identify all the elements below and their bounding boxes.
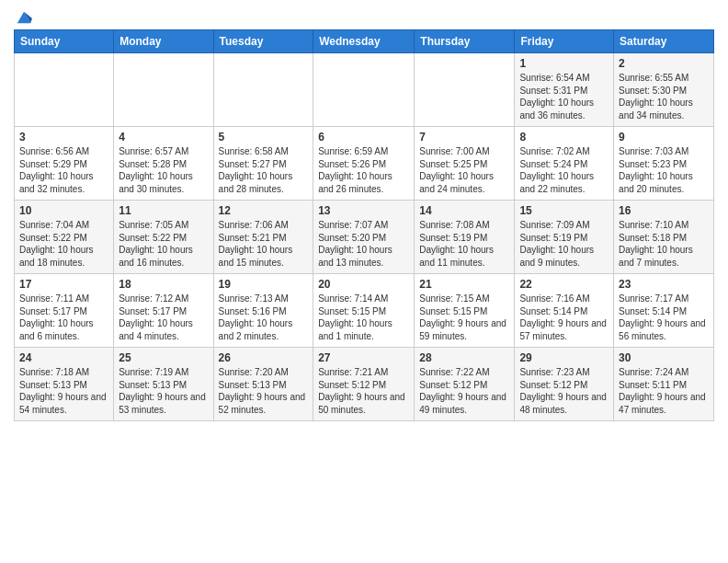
day-info: Sunrise: 7:22 AM Sunset: 5:12 PM Dayligh… [419,366,509,416]
day-number: 13 [318,204,409,217]
day-info: Sunrise: 7:17 AM Sunset: 5:14 PM Dayligh… [619,293,709,342]
day-info: Sunrise: 6:56 AM Sunset: 5:29 PM Dayligh… [19,145,108,195]
calendar-cell: 14Sunrise: 7:08 AM Sunset: 5:19 PM Dayli… [415,201,515,274]
calendar-cell: 9Sunrise: 7:03 AM Sunset: 5:23 PM Daylig… [614,127,714,201]
day-info: Sunrise: 7:08 AM Sunset: 5:19 PM Dayligh… [419,219,509,269]
day-info: Sunrise: 7:04 AM Sunset: 5:22 PM Dayligh… [19,219,108,269]
calendar-header-thursday: Thursday [415,30,515,53]
day-info: Sunrise: 7:10 AM Sunset: 5:18 PM Dayligh… [619,219,709,269]
day-info: Sunrise: 6:55 AM Sunset: 5:30 PM Dayligh… [619,72,709,121]
day-number: 20 [318,278,409,291]
calendar-table: SundayMondayTuesdayWednesdayThursdayFrid… [14,29,714,421]
day-info: Sunrise: 7:12 AM Sunset: 5:17 PM Dayligh… [119,293,208,342]
day-info: Sunrise: 7:19 AM Sunset: 5:13 PM Dayligh… [119,366,208,416]
day-number: 24 [19,351,108,364]
logo [14,9,32,22]
day-info: Sunrise: 7:00 AM Sunset: 5:25 PM Dayligh… [419,145,509,195]
day-number: 5 [219,131,309,144]
calendar-cell: 29Sunrise: 7:23 AM Sunset: 5:12 PM Dayli… [515,348,614,421]
day-number: 23 [619,278,709,291]
calendar-header-monday: Monday [114,30,213,53]
day-info: Sunrise: 7:13 AM Sunset: 5:16 PM Dayligh… [219,293,309,342]
day-info: Sunrise: 7:14 AM Sunset: 5:15 PM Dayligh… [318,293,409,342]
day-number: 11 [119,204,208,217]
calendar-cell: 17Sunrise: 7:11 AM Sunset: 5:17 PM Dayli… [15,274,114,348]
day-info: Sunrise: 6:58 AM Sunset: 5:27 PM Dayligh… [219,145,309,195]
calendar-header-sunday: Sunday [15,30,114,53]
day-info: Sunrise: 7:15 AM Sunset: 5:15 PM Dayligh… [419,293,509,342]
calendar-cell: 4Sunrise: 6:57 AM Sunset: 5:28 PM Daylig… [114,127,213,201]
calendar-cell: 22Sunrise: 7:16 AM Sunset: 5:14 PM Dayli… [515,274,614,348]
calendar-cell: 13Sunrise: 7:07 AM Sunset: 5:20 PM Dayli… [313,201,415,274]
calendar-header-wednesday: Wednesday [313,30,415,53]
day-number: 30 [619,351,709,364]
calendar-header-saturday: Saturday [614,30,714,53]
calendar-cell: 1Sunrise: 6:54 AM Sunset: 5:31 PM Daylig… [515,53,614,127]
calendar-week-4: 17Sunrise: 7:11 AM Sunset: 5:17 PM Dayli… [15,274,714,348]
day-number: 22 [519,278,609,291]
day-number: 14 [419,204,509,217]
calendar-cell: 6Sunrise: 6:59 AM Sunset: 5:26 PM Daylig… [313,127,415,201]
day-info: Sunrise: 7:16 AM Sunset: 5:14 PM Dayligh… [519,293,609,342]
calendar-cell: 2Sunrise: 6:55 AM Sunset: 5:30 PM Daylig… [614,53,714,127]
day-number: 26 [219,351,309,364]
calendar-cell: 3Sunrise: 6:56 AM Sunset: 5:29 PM Daylig… [15,127,114,201]
calendar-cell: 26Sunrise: 7:20 AM Sunset: 5:13 PM Dayli… [213,348,313,421]
calendar-header-tuesday: Tuesday [213,30,313,53]
day-number: 10 [19,204,108,217]
calendar-cell: 11Sunrise: 7:05 AM Sunset: 5:22 PM Dayli… [114,201,213,274]
calendar-cell [213,53,313,127]
calendar-header-row: SundayMondayTuesdayWednesdayThursdayFrid… [15,30,714,53]
calendar-cell: 24Sunrise: 7:18 AM Sunset: 5:13 PM Dayli… [15,348,114,421]
day-info: Sunrise: 7:21 AM Sunset: 5:12 PM Dayligh… [318,366,409,416]
day-number: 7 [419,131,509,144]
day-number: 25 [119,351,208,364]
calendar-cell: 8Sunrise: 7:02 AM Sunset: 5:24 PM Daylig… [515,127,614,201]
day-number: 3 [19,131,108,144]
day-info: Sunrise: 7:07 AM Sunset: 5:20 PM Dayligh… [318,219,409,269]
day-info: Sunrise: 7:09 AM Sunset: 5:19 PM Dayligh… [519,219,609,269]
day-number: 17 [19,278,108,291]
day-info: Sunrise: 7:03 AM Sunset: 5:23 PM Dayligh… [619,145,709,195]
day-number: 9 [619,131,709,144]
calendar-cell: 18Sunrise: 7:12 AM Sunset: 5:17 PM Dayli… [114,274,213,348]
calendar-cell [415,53,515,127]
day-number: 2 [619,57,709,70]
calendar-header-friday: Friday [515,30,614,53]
day-info: Sunrise: 7:06 AM Sunset: 5:21 PM Dayligh… [219,219,309,269]
day-info: Sunrise: 7:18 AM Sunset: 5:13 PM Dayligh… [19,366,108,416]
calendar-week-5: 24Sunrise: 7:18 AM Sunset: 5:13 PM Dayli… [15,348,714,421]
day-number: 1 [519,57,609,70]
day-info: Sunrise: 6:57 AM Sunset: 5:28 PM Dayligh… [119,145,208,195]
day-info: Sunrise: 7:23 AM Sunset: 5:12 PM Dayligh… [519,366,609,416]
calendar-cell: 7Sunrise: 7:00 AM Sunset: 5:25 PM Daylig… [415,127,515,201]
calendar-cell: 5Sunrise: 6:58 AM Sunset: 5:27 PM Daylig… [213,127,313,201]
calendar-cell: 20Sunrise: 7:14 AM Sunset: 5:15 PM Dayli… [313,274,415,348]
day-number: 15 [519,204,609,217]
calendar-cell: 23Sunrise: 7:17 AM Sunset: 5:14 PM Dayli… [614,274,714,348]
day-number: 29 [519,351,609,364]
day-number: 27 [318,351,409,364]
calendar-cell [313,53,415,127]
day-number: 4 [119,131,208,144]
calendar-cell [15,53,114,127]
calendar-week-3: 10Sunrise: 7:04 AM Sunset: 5:22 PM Dayli… [15,201,714,274]
calendar-cell: 28Sunrise: 7:22 AM Sunset: 5:12 PM Dayli… [415,348,515,421]
calendar-cell: 10Sunrise: 7:04 AM Sunset: 5:22 PM Dayli… [15,201,114,274]
day-number: 8 [519,131,609,144]
calendar-cell: 15Sunrise: 7:09 AM Sunset: 5:19 PM Dayli… [515,201,614,274]
day-number: 28 [419,351,509,364]
day-number: 18 [119,278,208,291]
day-number: 6 [318,131,409,144]
day-number: 12 [219,204,309,217]
calendar-cell: 16Sunrise: 7:10 AM Sunset: 5:18 PM Dayli… [614,201,714,274]
calendar-cell: 21Sunrise: 7:15 AM Sunset: 5:15 PM Dayli… [415,274,515,348]
calendar-cell: 25Sunrise: 7:19 AM Sunset: 5:13 PM Dayli… [114,348,213,421]
day-number: 19 [219,278,309,291]
day-number: 21 [419,278,509,291]
day-info: Sunrise: 7:20 AM Sunset: 5:13 PM Dayligh… [219,366,309,416]
day-info: Sunrise: 7:11 AM Sunset: 5:17 PM Dayligh… [19,293,108,342]
calendar-week-1: 1Sunrise: 6:54 AM Sunset: 5:31 PM Daylig… [15,53,714,127]
day-info: Sunrise: 7:02 AM Sunset: 5:24 PM Dayligh… [519,145,609,195]
page-header [14,9,714,22]
